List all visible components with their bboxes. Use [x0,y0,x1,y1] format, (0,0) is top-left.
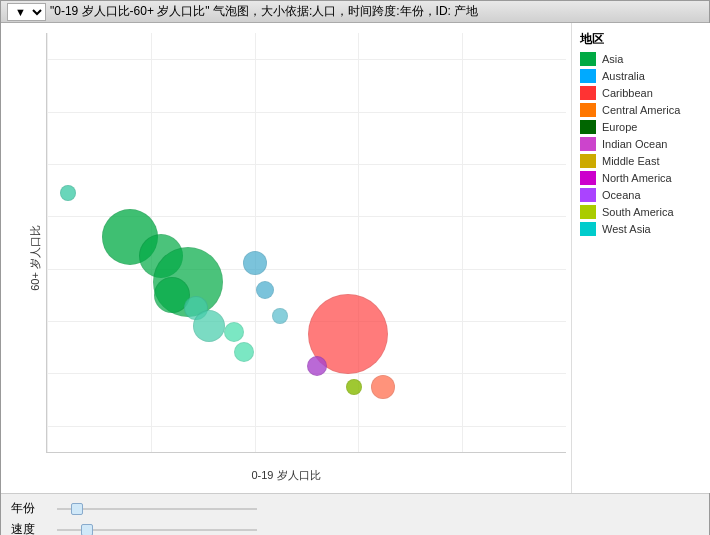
bubble [272,308,288,324]
grid-v [47,33,48,452]
legend-item: Central America [580,103,703,117]
bubble [224,322,244,342]
legend-label-text: South America [602,206,674,218]
legend-title: 地区 [580,31,703,48]
grid-v [462,33,463,452]
legend-item: Indian Ocean [580,137,703,151]
plot-area: 0 0.02 0.04 0.06 0.08 0.10 0.12 0.14 0.1… [46,33,566,453]
grid-h [47,321,566,322]
legend-label-text: Oceana [602,189,641,201]
legend-color-box [580,103,596,117]
legend-label-text: Central America [602,104,680,116]
grid-h [47,112,566,113]
legend-label-text: West Asia [602,223,651,235]
speed-slider[interactable] [57,522,257,536]
y-axis-label: 60+ 岁人口比 [28,225,43,291]
legend-item: Australia [580,69,703,83]
legend-label-text: Indian Ocean [602,138,667,150]
year-track [57,508,257,510]
grid-v [255,33,256,452]
legend-color-box [580,188,596,202]
grid-h [47,373,566,374]
legend-item: West Asia [580,222,703,236]
legend-label-text: Caribbean [602,87,653,99]
bubble [346,379,362,395]
window-dropdown[interactable]: ▼ [7,3,46,21]
legend-color-box [580,171,596,185]
legend-item: Oceana [580,188,703,202]
legend-items: AsiaAustraliaCaribbeanCentral AmericaEur… [580,52,703,236]
chart-area: 1950 60+ 岁人口比 [1,23,571,493]
bubble [60,185,76,201]
legend-label-text: Middle East [602,155,659,167]
bubble [243,251,267,275]
legend-color-box [580,222,596,236]
legend-item: Asia [580,52,703,66]
year-control: 年份 [11,500,699,517]
year-thumb[interactable] [71,503,83,515]
year-slider[interactable] [57,501,257,517]
legend-item: North America [580,171,703,185]
bubble [193,310,225,342]
grid-h [47,164,566,165]
grid-h [47,59,566,60]
x-axis-label: 0-19 岁人口比 [251,468,320,483]
bubble [256,281,274,299]
legend-color-box [580,154,596,168]
bubble [371,375,395,399]
main-window: ▼ "0-19 岁人口比-60+ 岁人口比" 气泡图，大小依据:人口，时间跨度:… [0,0,710,535]
titlebar: ▼ "0-19 岁人口比-60+ 岁人口比" 气泡图，大小依据:人口，时间跨度:… [1,1,709,23]
legend-label-text: Europe [602,121,637,133]
legend-color-box [580,86,596,100]
speed-label: 速度 [11,521,51,535]
speed-track [57,529,257,531]
legend-color-box [580,137,596,151]
grid-h [47,269,566,270]
main-content: 1950 60+ 岁人口比 [1,23,710,493]
legend-color-box [580,69,596,83]
legend-color-box [580,52,596,66]
legend-label-text: North America [602,172,672,184]
speed-control: 速度 [11,521,699,535]
legend-color-box [580,120,596,134]
speed-thumb[interactable] [81,524,93,536]
grid-h [47,426,566,427]
legend-panel: 地区 AsiaAustraliaCaribbeanCentral America… [571,23,710,493]
legend-color-box [580,205,596,219]
legend-label-text: Australia [602,70,645,82]
legend-item: Europe [580,120,703,134]
bubble [307,356,327,376]
legend-item: Middle East [580,154,703,168]
legend-label-text: Asia [602,53,623,65]
legend-item: Caribbean [580,86,703,100]
bubble [234,342,254,362]
legend-item: South America [580,205,703,219]
year-label: 年份 [11,500,51,517]
window-title: "0-19 岁人口比-60+ 岁人口比" 气泡图，大小依据:人口，时间跨度:年份… [50,3,478,20]
controls-area: 年份 速度 气泡大小 ⏮ ▶ [1,493,709,535]
